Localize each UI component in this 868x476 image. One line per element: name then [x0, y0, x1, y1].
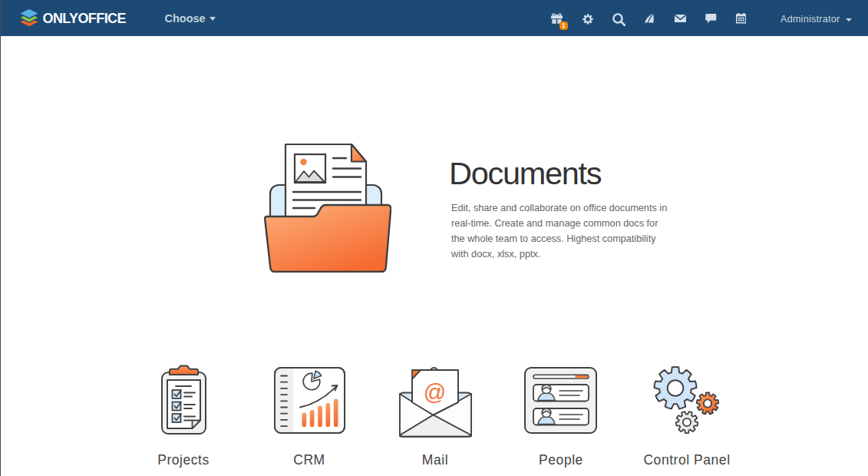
svg-text:@: @: [424, 380, 446, 405]
